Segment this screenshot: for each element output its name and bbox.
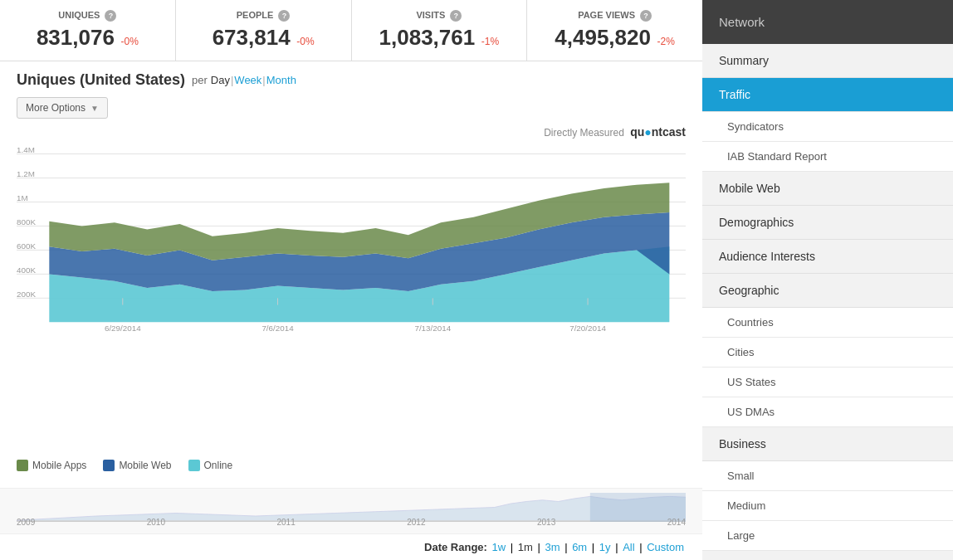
stat-pageviews-label: PAGE VIEWS ?	[544, 10, 686, 22]
pageviews-label-text: PAGE VIEWS	[578, 10, 635, 20]
svg-text:600K: 600K	[17, 242, 36, 250]
legend-mobile-web-label: Mobile Web	[119, 460, 171, 471]
sidebar-summary-label: Summary	[719, 54, 769, 67]
date-range-1y[interactable]: 1y	[599, 541, 611, 553]
sidebar-demographics-label: Demographics	[719, 216, 794, 229]
main-chart-svg: 1.4M 1.2M 1M 800K 600K 400K 200K 6/29/20…	[17, 140, 686, 339]
main-content: UNIQUES ? 831,076 -0% PEOPLE ? 673,814 -…	[0, 0, 702, 560]
date-range-bar: Date Range: 1w | 1m | 3m | 6m | 1y | All…	[0, 533, 702, 560]
visits-change: -1%	[481, 36, 499, 47]
date-range-custom[interactable]: Custom	[647, 541, 684, 553]
chart-container: 1.4M 1.2M 1M 800K 600K 400K 200K 6/29/20…	[17, 140, 686, 453]
sidebar-header: Network	[702, 0, 953, 44]
legend-mobile-apps-label: Mobile Apps	[32, 460, 86, 471]
stat-visits: VISITS ? 1,083,761 -1%	[352, 0, 528, 61]
stat-uniques: UNIQUES ? 831,076 -0%	[0, 0, 176, 61]
more-options-arrow-icon: ▼	[90, 104, 99, 113]
svg-text:1.2M: 1.2M	[17, 171, 35, 178]
sidebar-medium-label: Medium	[727, 499, 765, 512]
stat-pageviews-value: 4,495,820 -2%	[544, 25, 686, 51]
date-range-label: Date Range:	[424, 541, 487, 553]
sidebar-item-us-dmas[interactable]: US DMAs	[702, 397, 953, 427]
stat-people: PEOPLE ? 673,814 -0%	[176, 0, 352, 61]
people-info-icon[interactable]: ?	[278, 10, 290, 22]
chart-title: Uniques (United States)	[17, 71, 185, 89]
chart-per-label: per	[192, 74, 208, 86]
sidebar-iab-label: IAB Standard Report	[727, 150, 827, 163]
stat-pageviews: PAGE VIEWS ? 4,495,820 -2%	[527, 0, 702, 61]
sidebar-item-summary[interactable]: Summary	[702, 44, 953, 78]
sidebar-item-audience-interests[interactable]: Audience Interests	[702, 240, 953, 274]
period-week[interactable]: Week	[234, 74, 261, 86]
year-2009: 2009	[17, 518, 35, 527]
date-range-3m[interactable]: 3m	[545, 541, 560, 553]
pageviews-info-icon[interactable]: ?	[640, 10, 652, 22]
date-range-6m[interactable]: 6m	[572, 541, 587, 553]
sidebar-item-medium[interactable]: Medium	[702, 491, 953, 521]
date-range-1w[interactable]: 1w	[492, 541, 506, 553]
sidebar-item-business[interactable]: Business	[702, 427, 953, 461]
stat-people-label: PEOPLE ?	[193, 10, 335, 22]
sidebar-item-us-states[interactable]: US States	[702, 368, 953, 397]
uniques-value: 831,076	[37, 25, 115, 50]
svg-text:6/29/2014: 6/29/2014	[105, 325, 141, 333]
svg-text:200K: 200K	[17, 290, 36, 298]
date-range-all[interactable]: All	[623, 541, 634, 553]
legend-online-label: Online	[204, 460, 233, 471]
mini-chart-labels: 2009 2010 2011 2012 2013 2014	[0, 518, 702, 527]
quantcast-dot: ●	[644, 125, 651, 139]
uniques-info-icon[interactable]: ?	[105, 10, 116, 22]
chart-header: Uniques (United States) per Day | Week |…	[17, 71, 686, 89]
measured-text: Directly Measured	[544, 127, 624, 139]
mini-chart-area[interactable]: 2009 2010 2011 2012 2013 2014	[0, 488, 702, 533]
legend-mobile-apps-color	[17, 460, 28, 471]
sidebar-us-states-label: US States	[727, 376, 776, 388]
legend-online-color	[188, 460, 200, 471]
legend-mobile-web-color	[103, 460, 115, 471]
sidebar-item-demographics[interactable]: Demographics	[702, 206, 953, 240]
sidebar-syndicators-label: Syndicators	[727, 120, 784, 133]
sidebar-us-dmas-label: US DMAs	[727, 406, 775, 418]
more-options-button[interactable]: More Options ▼	[17, 97, 108, 119]
sidebar: Network Summary Traffic Syndicators IAB …	[702, 0, 953, 560]
date-range-1m[interactable]: 1m	[518, 541, 533, 553]
stat-visits-label: VISITS ?	[369, 10, 511, 22]
quantcast-logo: qu●ntcast	[630, 125, 686, 139]
svg-text:7/6/2014: 7/6/2014	[261, 325, 293, 333]
sidebar-item-countries[interactable]: Countries	[702, 308, 953, 338]
sidebar-countries-label: Countries	[727, 316, 774, 329]
sidebar-mobile-web-label: Mobile Web	[719, 182, 780, 195]
sidebar-item-mobile-web[interactable]: Mobile Web	[702, 172, 953, 206]
sidebar-item-geographic[interactable]: Geographic	[702, 274, 953, 308]
people-change: -0%	[296, 36, 314, 47]
sidebar-item-small[interactable]: Small	[702, 461, 953, 491]
sidebar-small-label: Small	[727, 470, 755, 482]
svg-text:1M: 1M	[17, 195, 28, 202]
sidebar-header-label: Network	[719, 15, 765, 29]
year-2010: 2010	[147, 518, 165, 527]
sidebar-audience-interests-label: Audience Interests	[719, 250, 815, 263]
period-month[interactable]: Month	[266, 74, 296, 86]
sidebar-cities-label: Cities	[727, 346, 755, 358]
sidebar-item-cities[interactable]: Cities	[702, 338, 953, 368]
people-value: 673,814	[213, 25, 291, 50]
legend-online: Online	[188, 460, 233, 471]
chart-area: Uniques (United States) per Day | Week |…	[0, 61, 702, 488]
chart-legend: Mobile Apps Mobile Web Online	[17, 453, 686, 478]
stat-people-value: 673,814 -0%	[193, 25, 335, 51]
period-day[interactable]: Day	[211, 74, 230, 86]
sidebar-item-syndicators[interactable]: Syndicators	[702, 112, 953, 142]
visits-info-icon[interactable]: ?	[450, 10, 462, 22]
stat-visits-value: 1,083,761 -1%	[369, 25, 511, 51]
visits-value: 1,083,761	[379, 25, 476, 50]
svg-text:7/20/2014: 7/20/2014	[569, 325, 606, 333]
people-label-text: PEOPLE	[237, 10, 274, 20]
sidebar-item-traffic[interactable]: Traffic	[702, 78, 953, 112]
sidebar-item-iab[interactable]: IAB Standard Report	[702, 142, 953, 172]
year-2013: 2013	[537, 518, 555, 527]
sidebar-item-large[interactable]: Large	[702, 521, 953, 551]
sidebar-geographic-label: Geographic	[719, 284, 779, 297]
uniques-label-text: UNIQUES	[58, 10, 100, 20]
visits-label-text: VISITS	[416, 10, 445, 20]
svg-text:400K: 400K	[17, 266, 36, 274]
